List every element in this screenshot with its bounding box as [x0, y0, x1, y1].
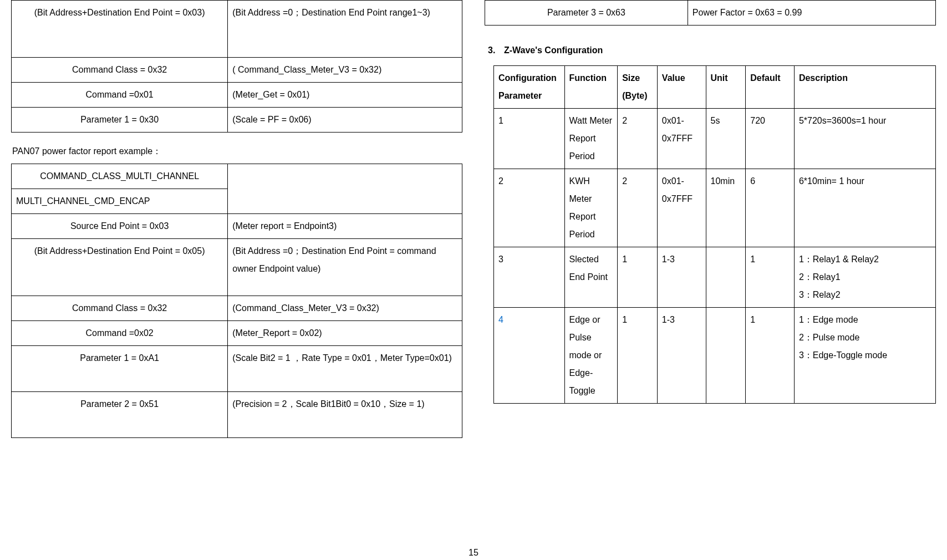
table-row: 3 Slected End Point 1 1-3 1 1：Relay1 & R…: [494, 247, 936, 308]
cell: Parameter 3 = 0x63: [485, 1, 688, 26]
cell: MULTI_CHANNEL_CMD_ENCAP: [12, 189, 228, 214]
table-row: Command Class = 0x32 (Command_Class_Mete…: [12, 296, 462, 321]
pf-report-caption: PAN07 power factor report example：: [12, 142, 462, 160]
table-row: 2 KWH Meter Report Period 2 0x01-0x7FFF …: [494, 169, 936, 247]
cell: (Bit Address+Destination End Point = 0x0…: [12, 1, 228, 58]
cell: (Bit Address =0；Destination End Point ra…: [228, 1, 462, 58]
cell: (Precision = 2，Scale Bit1Bit0 = 0x10，Siz…: [228, 392, 462, 438]
cell: 6: [746, 169, 795, 247]
col-default: Default: [746, 66, 795, 109]
cell: (Meter_Report = 0x02): [228, 321, 462, 346]
table-row: Command =0x01 (Meter_Get = 0x01): [12, 83, 462, 108]
col-unit: Unit: [706, 66, 746, 109]
cell: 1-3: [657, 308, 706, 404]
cell: (Scale Bit2 = 1 ，Rate Type = 0x01，Meter …: [228, 346, 462, 392]
cell: 1: [746, 308, 795, 404]
cell: 1：Edge mode 2：Pulse mode 3：Edge-Toggle m…: [794, 308, 935, 404]
section-title: Z-Wave's Configuration: [504, 45, 603, 55]
table-row: Parameter 2 = 0x51 (Precision = 2，Scale …: [12, 392, 462, 438]
table-row: Source End Point = 0x03 (Meter report = …: [12, 214, 462, 239]
col-config-param: Configuration Parameter: [494, 66, 565, 109]
cell: [228, 164, 462, 214]
cell: ( Command_Class_Meter_V3 = 0x32): [228, 58, 462, 83]
cell: 0x01-0x7FFF: [657, 169, 706, 247]
cell: (Command_Class_Meter_V3 = 0x32): [228, 296, 462, 321]
cell: 1: [618, 247, 658, 308]
cell: 3: [494, 247, 565, 308]
cell: 1: [746, 247, 795, 308]
cell: Command Class = 0x32: [12, 58, 228, 83]
cell: 1-3: [657, 247, 706, 308]
table-row: (Bit Address+Destination End Point = 0x0…: [12, 239, 462, 296]
cell: Slected End Point: [564, 247, 618, 308]
right-column: Parameter 3 = 0x63 Power Factor = 0x63 =…: [485, 0, 936, 532]
cell: Source End Point = 0x03: [12, 214, 228, 239]
table-row: 4 Edge or Pulse mode or Edge-Toggle 1 1-…: [494, 308, 936, 404]
pf-report-table: COMMAND_CLASS_MULTI_CHANNEL MULTI_CHANNE…: [11, 164, 462, 438]
table-row: Parameter 1 = 0x30 (Scale = PF = 0x06): [12, 108, 462, 133]
table-row: Parameter 1 = 0xA1 (Scale Bit2 = 1 ，Rate…: [12, 346, 462, 392]
table-row: Command Class = 0x32 ( Command_Class_Met…: [12, 58, 462, 83]
cell: (Scale = PF = 0x06): [228, 108, 462, 133]
col-description: Description: [794, 66, 935, 109]
col-value: Value: [657, 66, 706, 109]
table-header-row: Configuration Parameter Function Size (B…: [494, 66, 936, 109]
section-number: 3.: [488, 45, 499, 55]
cell: 10min: [706, 169, 746, 247]
table-row: (Bit Address+Destination End Point = 0x0…: [12, 1, 462, 58]
cell: (Meter_Get = 0x01): [228, 83, 462, 108]
col-size: Size (Byte): [618, 66, 658, 109]
cell: Power Factor = 0x63 = 0.99: [688, 1, 935, 26]
cell: Parameter 2 = 0x51: [12, 392, 228, 438]
cell: 1: [618, 308, 658, 404]
cell: 5*720s=3600s=1 hour: [794, 109, 935, 169]
cell: [706, 308, 746, 404]
cell: 6*10min= 1 hour: [794, 169, 935, 247]
cell: Command =0x02: [12, 321, 228, 346]
cell: (Bit Address+Destination End Point = 0x0…: [12, 239, 228, 296]
cell: 4: [494, 308, 565, 404]
cell: (Meter report = Endpoint3): [228, 214, 462, 239]
table-row: COMMAND_CLASS_MULTI_CHANNEL: [12, 164, 462, 189]
cell: [706, 247, 746, 308]
section-heading: 3. Z-Wave's Configuration: [488, 45, 936, 55]
cell: 1：Relay1 & Relay2 2：Relay1 3：Relay2: [794, 247, 935, 308]
cell: Command Class = 0x32: [12, 296, 228, 321]
cell: 5s: [706, 109, 746, 169]
config-table: Configuration Parameter Function Size (B…: [493, 65, 936, 404]
cell: 720: [746, 109, 795, 169]
cell: Watt Meter Report Period: [564, 109, 618, 169]
cell: 1: [494, 109, 565, 169]
table-row: Command =0x02 (Meter_Report = 0x02): [12, 321, 462, 346]
table-row: 1 Watt Meter Report Period 2 0x01-0x7FFF…: [494, 109, 936, 169]
cell: 2: [618, 109, 658, 169]
left-column: (Bit Address+Destination End Point = 0x0…: [11, 0, 462, 532]
cell: 2: [494, 169, 565, 247]
cell: 0x01-0x7FFF: [657, 109, 706, 169]
cell: Parameter 1 = 0xA1: [12, 346, 228, 392]
cell: Command =0x01: [12, 83, 228, 108]
cell: COMMAND_CLASS_MULTI_CHANNEL: [12, 164, 228, 189]
pf-get-table: (Bit Address+Destination End Point = 0x0…: [11, 0, 462, 133]
table-row: Parameter 3 = 0x63 Power Factor = 0x63 =…: [485, 1, 936, 26]
cell: Edge or Pulse mode or Edge-Toggle: [564, 308, 618, 404]
page-number: 15: [0, 548, 947, 558]
cell: KWH Meter Report Period: [564, 169, 618, 247]
param3-table: Parameter 3 = 0x63 Power Factor = 0x63 =…: [485, 0, 936, 26]
cell: Parameter 1 = 0x30: [12, 108, 228, 133]
cell: 2: [618, 169, 658, 247]
col-function: Function: [564, 66, 618, 109]
cell: (Bit Address =0；Destination End Point = …: [228, 239, 462, 296]
